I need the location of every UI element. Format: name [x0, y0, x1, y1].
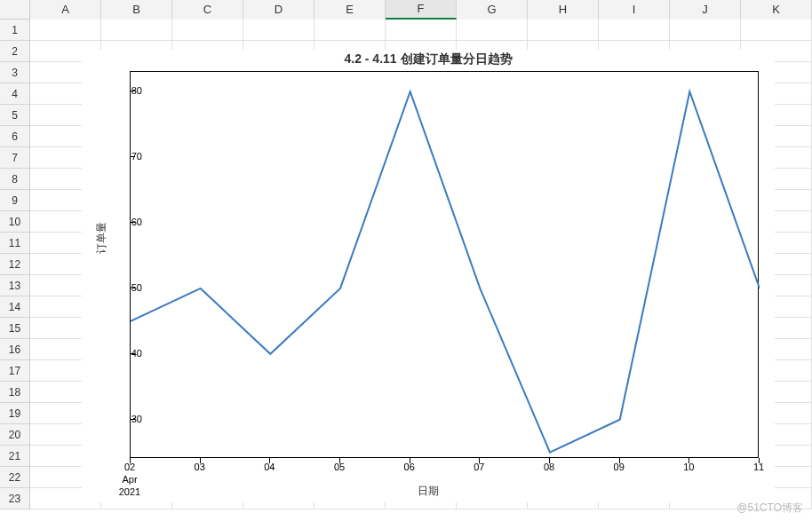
cell-G1[interactable] [457, 20, 528, 41]
ytick-mark [130, 222, 135, 223]
cell-F1[interactable] [386, 20, 457, 41]
row-header-5[interactable]: 5 [0, 105, 30, 126]
ytick-mark [130, 91, 135, 91]
cell-K1[interactable] [741, 20, 812, 41]
cell-J1[interactable] [670, 20, 741, 41]
cell-C1[interactable] [172, 20, 243, 41]
row-header-22[interactable]: 22 [0, 467, 30, 488]
row-header-15[interactable]: 15 [0, 318, 30, 339]
col-header-a[interactable]: A [30, 0, 101, 20]
row-header-19[interactable]: 19 [0, 403, 30, 424]
x-axis-label: 日期 [82, 484, 775, 499]
row-header-9[interactable]: 9 [0, 190, 30, 211]
xtick-label: 08 [531, 462, 567, 474]
xtick-label: 03 [182, 462, 218, 474]
col-header-i[interactable]: I [599, 0, 670, 20]
xtick-label: 11 [741, 462, 776, 474]
col-header-d[interactable]: D [243, 0, 314, 20]
row-header-13[interactable]: 13 [0, 275, 30, 296]
row-header-12[interactable]: 12 [0, 254, 30, 275]
row-header-21[interactable]: 21 [0, 446, 30, 467]
xtick-label: 04 [251, 462, 287, 474]
cell-D1[interactable] [243, 20, 314, 41]
xtick-mark [200, 458, 201, 463]
plot-area [130, 71, 759, 458]
spreadsheet-sheet: ABCDEFGHIJK 1234567891011121314151617181… [0, 0, 812, 521]
xtick-label: 09 [601, 462, 637, 474]
cell-E1[interactable] [314, 20, 386, 41]
line-chart-svg [131, 72, 760, 459]
col-header-j[interactable]: J [670, 0, 741, 20]
row-header-16[interactable]: 16 [0, 339, 30, 360]
xtick-label: 05 [322, 462, 357, 474]
ytick-label: 70 [105, 151, 142, 162]
row-header-7[interactable]: 7 [0, 147, 30, 169]
col-header-h[interactable]: H [528, 0, 599, 20]
chart-container[interactable]: 4.2 - 4.11 创建订单量分日趋势 订单量 日期 304050607080… [82, 50, 775, 502]
col-header-g[interactable]: G [457, 0, 528, 20]
row-header-8[interactable]: 8 [0, 169, 30, 190]
xtick-label: 06 [392, 462, 427, 474]
row-1: 1 [0, 20, 812, 41]
row-header-11[interactable]: 11 [0, 233, 30, 254]
cell-B1[interactable] [101, 20, 172, 41]
xtick-mark [410, 458, 410, 463]
row-header-3[interactable]: 3 [0, 62, 30, 83]
xtick-label: 07 [461, 462, 497, 474]
cell-H1[interactable] [528, 20, 599, 41]
xtick-mark [549, 458, 550, 463]
xtick-mark [619, 458, 620, 463]
col-header-f[interactable]: F [386, 0, 457, 20]
cell-I1[interactable] [599, 20, 670, 41]
col-header-k[interactable]: K [741, 0, 812, 20]
watermark-text: @51CTO博客 [736, 501, 803, 516]
row-header-2[interactable]: 2 [0, 41, 30, 62]
ytick-label: 60 [105, 217, 142, 227]
xtick-mark [759, 458, 760, 463]
ytick-mark [130, 419, 135, 420]
xtick-label: 02Apr2021 [112, 462, 147, 498]
column-headers-row: ABCDEFGHIJK [0, 0, 812, 20]
row-header-14[interactable]: 14 [0, 296, 30, 318]
col-header-b[interactable]: B [101, 0, 172, 20]
row-header-17[interactable]: 17 [0, 360, 30, 382]
row-header-1[interactable]: 1 [0, 20, 30, 41]
data-line [131, 91, 760, 452]
row-header-4[interactable]: 4 [0, 83, 30, 105]
xtick-mark [269, 458, 270, 463]
ytick-mark [130, 288, 135, 288]
ytick-mark [130, 353, 135, 354]
xtick-label: 10 [671, 462, 706, 474]
row-header-20[interactable]: 20 [0, 424, 30, 446]
col-header-c[interactable]: C [172, 0, 243, 20]
ytick-label: 80 [105, 85, 142, 96]
row-header-10[interactable]: 10 [0, 211, 30, 233]
ytick-label: 30 [105, 414, 142, 424]
cell-A1[interactable] [30, 20, 101, 41]
xtick-mark [479, 458, 480, 463]
ytick-mark [130, 156, 135, 157]
xtick-mark [130, 458, 131, 463]
col-header-e[interactable]: E [314, 0, 386, 20]
row-header-6[interactable]: 6 [0, 126, 30, 147]
chart-title: 4.2 - 4.11 创建订单量分日趋势 [82, 50, 775, 67]
xtick-mark [339, 458, 340, 463]
ytick-label: 50 [105, 282, 142, 293]
row-header-23[interactable]: 23 [0, 488, 30, 509]
ytick-label: 40 [105, 348, 142, 359]
row-header-18[interactable]: 18 [0, 382, 30, 403]
xtick-mark [689, 458, 689, 463]
select-all-corner[interactable] [0, 0, 30, 20]
